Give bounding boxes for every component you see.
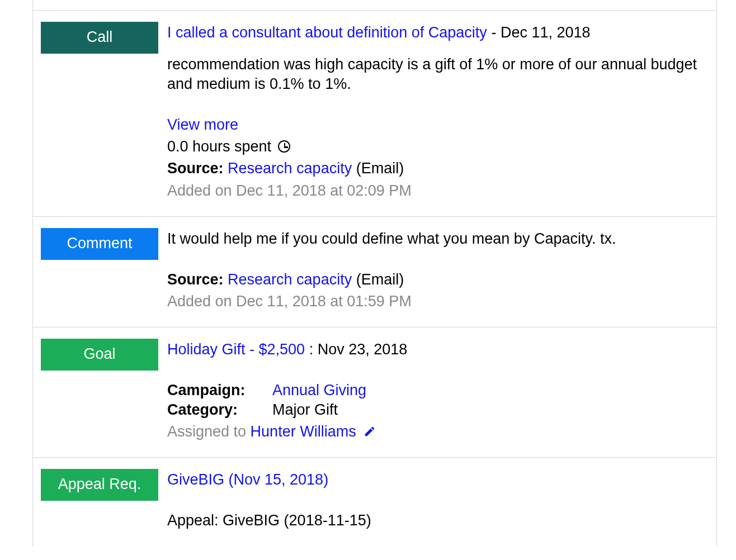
source-link[interactable]: Research capacity: [228, 160, 352, 177]
pencil-icon[interactable]: [364, 425, 376, 438]
added-timestamp: Added on Dec 11, 2018 at 02:09 PM: [167, 181, 705, 201]
view-more-link[interactable]: View more: [167, 116, 238, 133]
activity-content: GiveBIG (Nov 15, 2018) Appeal: GiveBIG (…: [167, 458, 716, 546]
assigned-line: Assigned to Hunter Williams: [167, 422, 705, 442]
activity-content: It would help me if you could define wha…: [167, 217, 716, 327]
goal-title-link[interactable]: Holiday Gift - $2,500: [167, 341, 305, 358]
spacer: [33, 0, 716, 10]
campaign-link[interactable]: Annual Giving: [272, 382, 366, 398]
title-line: Holiday Gift - $2,500 : Nov 23, 2018: [167, 340, 705, 359]
appeal-title-link[interactable]: GiveBIG (Nov 15, 2018): [167, 471, 328, 488]
activity-list: Call I called a consultant about definit…: [32, 0, 717, 547]
activity-date: Dec 11, 2018: [501, 24, 591, 41]
goal-date: Nov 23, 2018: [318, 341, 408, 358]
title-line: I called a consultant about definition o…: [167, 23, 705, 42]
badge-goal: Goal: [41, 339, 158, 371]
activity-row-appeal: Appeal Req. GiveBIG (Nov 15, 2018) Appea…: [33, 457, 716, 546]
category-row: Category: Major Gift: [167, 400, 705, 420]
category-label: Category:: [167, 400, 272, 420]
category-value: Major Gift: [272, 400, 338, 420]
badge-column: Appeal Req.: [33, 458, 167, 546]
assigned-link[interactable]: Hunter Williams: [251, 423, 356, 440]
badge-column: Call: [33, 11, 167, 216]
appeal-line: Appeal: GiveBIG (2018-11-15): [167, 511, 705, 530]
source-link[interactable]: Research capacity: [228, 271, 352, 288]
view-more-line: View more: [167, 115, 705, 135]
activity-content: I called a consultant about definition o…: [167, 11, 716, 216]
activity-content: Holiday Gift - $2,500 : Nov 23, 2018 Cam…: [167, 328, 716, 457]
campaign-row: Campaign: Annual Giving: [167, 381, 705, 400]
title-sep: -: [491, 24, 501, 41]
badge-column: Comment: [33, 217, 167, 327]
badge-comment: Comment: [41, 228, 158, 260]
source-suffix: (Email): [356, 160, 404, 177]
hours-spent-text: 0.0 hours spent: [167, 138, 271, 155]
assigned-prefix: Assigned to: [167, 423, 246, 440]
title-sep: :: [309, 341, 318, 358]
activity-row-call: Call I called a consultant about definit…: [33, 10, 716, 216]
title-line: GiveBIG (Nov 15, 2018): [167, 470, 705, 490]
activity-row-goal: Goal Holiday Gift - $2,500 : Nov 23, 201…: [33, 327, 716, 457]
source-line: Source: Research capacity (Email): [167, 270, 705, 290]
activity-body: It would help me if you could define wha…: [167, 229, 705, 249]
badge-call: Call: [41, 22, 158, 54]
campaign-label: Campaign:: [167, 381, 272, 400]
badge-appeal-req: Appeal Req.: [41, 469, 158, 501]
hours-spent-line: 0.0 hours spent: [167, 137, 705, 156]
source-line: Source: Research capacity (Email): [167, 159, 705, 178]
source-label: Source:: [167, 271, 224, 288]
source-label: Source:: [167, 160, 224, 177]
clock-icon: [278, 140, 290, 153]
activity-body: recommendation was high capacity is a gi…: [167, 55, 705, 94]
added-timestamp: Added on Dec 11, 2018 at 01:59 PM: [167, 292, 705, 311]
activity-title-link[interactable]: I called a consultant about definition o…: [167, 24, 487, 41]
activity-row-comment: Comment It would help me if you could de…: [33, 216, 716, 327]
source-suffix: (Email): [356, 271, 404, 288]
badge-column: Goal: [33, 328, 167, 457]
